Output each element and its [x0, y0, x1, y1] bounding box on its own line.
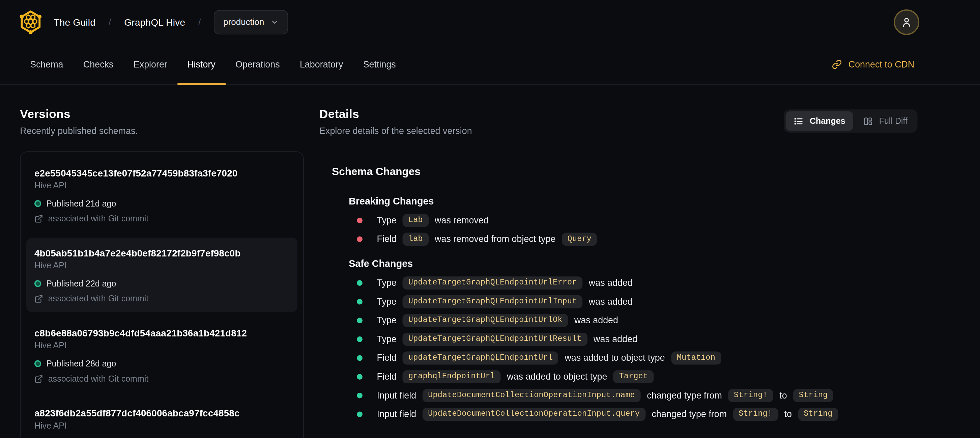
version-item[interactable]: e2e55045345ce13fe07f52a77459b83fa3fe7020…	[26, 158, 298, 232]
top-bar: The Guild / GraphQL Hive / production	[0, 0, 980, 44]
version-hash: c8b6e88a06793b9c4dfd54aaa21b36a1b421d812	[34, 328, 290, 338]
code-chip: Query	[562, 233, 597, 246]
breadcrumb-separator: /	[108, 17, 111, 27]
tab-schema[interactable]: Schema	[20, 44, 73, 84]
breadcrumb-project[interactable]: GraphQL Hive	[124, 16, 185, 27]
safe-changes-list: TypeUpdateTargetGraphQLEndpointUrlErrorw…	[349, 273, 918, 424]
code-chip: UpdateDocumentCollectionOperationInput.n…	[423, 389, 641, 402]
external-link-icon	[34, 214, 43, 223]
change-text: Field	[377, 353, 396, 363]
changes-toggle-button[interactable]: Changes	[786, 111, 853, 131]
changes-toggle-label: Changes	[810, 116, 845, 126]
tab-operations[interactable]: Operations	[225, 44, 290, 84]
breaking-changes-group: Breaking Changes TypeLabwas removedField…	[319, 196, 918, 248]
version-service: Hive API	[34, 421, 290, 430]
version-git-label: associated with Git commit	[48, 214, 149, 223]
version-published: Published 21d ago	[46, 199, 116, 208]
bullet-list-icon	[794, 116, 804, 126]
version-hash: a823f6db2a55df877dcf406006abca97fcc4858c	[34, 408, 290, 419]
code-chip: graphqlEndpointUrl	[402, 370, 500, 383]
change-item: TypeUpdateTargetGraphQLEndpointUrlErrorw…	[349, 273, 918, 292]
main-content: Versions Recently published schemas. e2e…	[0, 85, 980, 438]
published-dot-icon	[34, 360, 41, 367]
change-text: changed type from	[652, 409, 727, 419]
person-icon	[900, 15, 913, 28]
tab-checks[interactable]: Checks	[73, 44, 123, 84]
breadcrumb-separator: /	[198, 17, 200, 27]
change-text: was added	[589, 278, 633, 288]
change-item: TypeUpdateTargetGraphQLEndpointUrlResult…	[349, 330, 918, 349]
tab-explorer[interactable]: Explorer	[123, 44, 177, 84]
version-git-label: associated with Git commit	[48, 374, 149, 383]
code-chip: String!	[728, 389, 773, 402]
code-chip: UpdateTargetGraphQLEndpointUrlOk	[402, 314, 568, 327]
change-text: was removed from object type	[435, 234, 555, 244]
change-text: changed type from	[647, 390, 722, 400]
tab-history[interactable]: History	[177, 44, 226, 84]
breaking-changes-title: Breaking Changes	[349, 196, 918, 207]
target-selector-value: production	[223, 17, 264, 27]
code-chip: Target	[613, 370, 654, 383]
change-text: Field	[377, 234, 396, 244]
change-text: Type	[377, 315, 396, 325]
version-git-label: associated with Git commit	[48, 294, 149, 303]
change-text: was added	[593, 334, 637, 344]
change-item: Input fieldUpdateDocumentCollectionOpera…	[349, 405, 918, 424]
change-text: was added to object type	[507, 371, 607, 382]
change-text: was added	[589, 296, 633, 306]
change-text: was added	[574, 315, 618, 325]
change-text: Type	[377, 334, 396, 344]
code-chip: String!	[733, 407, 778, 420]
version-item[interactable]: a823f6db2a55df877dcf406006abca97fcc4858c…	[26, 398, 298, 438]
code-chip: Lab	[402, 213, 428, 227]
tab-list: SchemaChecksExplorerHistoryOperationsLab…	[20, 44, 406, 84]
code-chip: UpdateTargetGraphQLEndpointUrlResult	[402, 332, 587, 346]
external-link-icon	[34, 374, 43, 383]
code-chip: UpdateTargetGraphQLEndpointUrlError	[402, 276, 582, 289]
tab-bar: SchemaChecksExplorerHistoryOperationsLab…	[0, 44, 980, 85]
change-text: to	[780, 390, 787, 400]
target-selector[interactable]: production	[214, 10, 288, 34]
schema-changes-title: Schema Changes	[332, 166, 918, 178]
external-link-icon	[34, 294, 43, 303]
change-text: was removed	[435, 215, 488, 225]
hive-logo-icon[interactable]	[19, 10, 43, 34]
change-item: Input fieldUpdateDocumentCollectionOpera…	[349, 386, 918, 405]
version-item[interactable]: 4b05ab51b1b4a7e2e4b0ef82172f2b9f7ef98c0b…	[26, 237, 298, 312]
tab-settings[interactable]: Settings	[353, 44, 406, 84]
breaking-changes-list: TypeLabwas removedFieldlabwas removed fr…	[349, 211, 918, 248]
code-chip: updateTargetGraphQLEndpointUrl	[402, 351, 558, 365]
tab-laboratory[interactable]: Laboratory	[290, 44, 353, 84]
view-toggle: Changes Full Diff	[784, 109, 918, 132]
version-item[interactable]: c8b6e88a06793b9c4dfd54aaa21b36a1b421d812…	[26, 317, 298, 392]
versions-panel: Versions Recently published schemas. e2e…	[20, 108, 304, 438]
version-published: Published 28d ago	[46, 359, 116, 368]
version-hash: e2e55045345ce13fe07f52a77459b83fa3fe7020	[34, 168, 290, 178]
version-service: Hive API	[34, 341, 290, 350]
top-bar-left: The Guild / GraphQL Hive / production	[19, 10, 288, 34]
app: The Guild / GraphQL Hive / production	[0, 0, 980, 438]
connect-to-cdn-label: Connect to CDN	[848, 59, 915, 69]
versions-title: Versions	[20, 108, 304, 121]
change-text: Input field	[377, 390, 417, 400]
safe-changes-group: Safe Changes TypeUpdateTargetGraphQLEndp…	[319, 258, 918, 423]
connect-to-cdn-link[interactable]: Connect to CDN	[832, 44, 915, 84]
chevron-down-icon	[270, 18, 278, 26]
change-text: Field	[377, 371, 396, 382]
breadcrumb-org[interactable]: The Guild	[54, 16, 95, 27]
details-subtitle: Explore details of the selected version	[319, 126, 472, 136]
version-published: Published 22d ago	[46, 279, 116, 288]
change-item: FieldgraphqlEndpointUrlwas added to obje…	[349, 367, 918, 386]
change-text: Input field	[377, 409, 417, 419]
published-dot-icon	[34, 200, 41, 207]
full-diff-toggle-button[interactable]: Full Diff	[855, 111, 916, 131]
published-dot-icon	[34, 280, 41, 287]
code-chip: String	[793, 389, 833, 402]
safe-changes-title: Safe Changes	[349, 258, 918, 269]
breadcrumb: The Guild / GraphQL Hive / production	[54, 10, 288, 34]
change-text: was added to object type	[565, 353, 665, 363]
version-hash: 4b05ab51b1b4a7e2e4b0ef82172f2b9f7ef98c0b	[34, 248, 290, 258]
code-chip: UpdateDocumentCollectionOperationInput.q…	[423, 407, 646, 420]
user-avatar[interactable]	[894, 9, 919, 35]
details-title: Details	[319, 108, 472, 121]
